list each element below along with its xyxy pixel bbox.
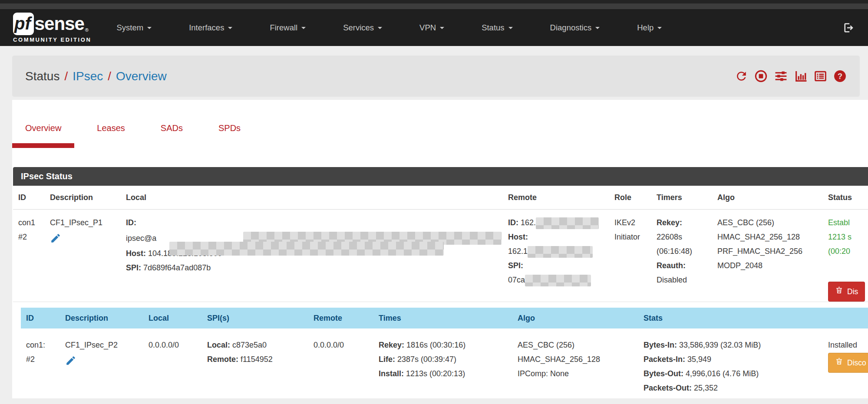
window-title-strip [0, 3, 868, 9]
breadcrumb-link-ipsec[interactable]: IPsec [73, 69, 103, 83]
child-times-cell: Rekey: 1816s (00:30:16) Life: 2387s (00:… [373, 328, 512, 401]
window-top-edge [0, 0, 868, 3]
edit-pencil-icon[interactable] [50, 233, 121, 249]
nav-item-vpn[interactable]: VPN [419, 23, 444, 33]
remote-host-value: 162.1 [508, 247, 528, 256]
remote-spi-label: SPI: [508, 261, 523, 270]
remote-spi-value: 07ca [508, 276, 525, 284]
disconnect-button[interactable]: Disco [828, 353, 868, 373]
nav-item-diagnostics[interactable]: Diagnostics [550, 23, 600, 33]
life-value: 2387s (00:39:47) [397, 355, 456, 364]
col-header-stats: Stats [638, 308, 823, 328]
remote-host-label: Host: [508, 233, 528, 241]
child-status-cell: Installed Disco [823, 328, 868, 401]
ike-remote-cell: ID: 162. Host: 162.1 SPI: 07ca [503, 210, 609, 302]
logo-edition-text: COMMUNITY EDITION [13, 36, 91, 43]
spi-remote-value: f1154952 [241, 355, 273, 364]
child-spi-cell: Local: c873e5a0 Remote: f1154952 [202, 328, 308, 401]
ike-role-cell: IKEv2 Initiator [609, 210, 651, 302]
help-icon[interactable]: ? [833, 69, 847, 83]
remote-id-value: 162. [521, 218, 536, 227]
tab-leases[interactable]: Leases [84, 117, 138, 148]
col-header-algo: Algo [712, 186, 823, 209]
ike-description: CF1_IPsec_P1 [50, 216, 121, 230]
breadcrumb-link-overview[interactable]: Overview [116, 69, 167, 83]
remote-id-label: ID: [508, 218, 518, 227]
col-header-spis: SPI(s) [202, 308, 308, 328]
breadcrumb: Status / IPsec / Overview [25, 69, 167, 83]
local-id-label: ID: [126, 218, 136, 227]
chevron-down-icon [508, 27, 513, 29]
ipsec-tabs: Overview Leases SADs SPDs [12, 117, 254, 148]
col-header-algo: Algo [512, 308, 638, 328]
chevron-down-icon [378, 27, 382, 29]
nav-item-label: Interfaces [189, 23, 224, 33]
tab-sads[interactable]: SADs [148, 117, 196, 148]
child-sa-table: ID Description Local SPI(s) Remote Times… [21, 308, 868, 401]
algo-integrity: HMAC_SHA2_256_128 [518, 352, 638, 367]
ike-local-cell: ID: ipsec@a Host: 104.189.226.195:500 SP… [121, 210, 503, 302]
status-established: Establ [828, 216, 868, 230]
status-uptime-hms: (00:20 [828, 244, 868, 259]
list-icon[interactable] [814, 69, 827, 83]
edit-pencil-icon[interactable] [65, 355, 143, 371]
sign-out-icon[interactable] [843, 22, 855, 34]
rekey-time: (06:16:48) [657, 244, 712, 259]
nav-item-status[interactable]: Status [482, 23, 512, 33]
col-header-local: Local [143, 308, 202, 328]
breadcrumb-separator: / [108, 69, 111, 83]
role-value: Initiator [614, 230, 651, 244]
tab-overview[interactable]: Overview [12, 117, 74, 148]
nav-item-services[interactable]: Services [343, 23, 382, 33]
nav-item-label: VPN [419, 23, 436, 33]
nav-item-label: Firewall [270, 23, 297, 33]
col-header-blank [823, 308, 868, 328]
ike-timers-cell: Rekey: 22608s (06:16:48) Reauth: Disable… [651, 210, 712, 302]
nav-item-system[interactable]: System [116, 23, 152, 33]
ipsec-status-panel: IPsec Status ID Description Local Remote… [13, 167, 868, 401]
ike-id-cell: con1 #2 [13, 210, 45, 302]
child-description-cell: CF1_IPsec_P2 [60, 328, 143, 401]
stop-icon[interactable] [754, 69, 768, 83]
tab-spds[interactable]: SPDs [205, 117, 254, 148]
child-local-network: 0.0.0.0/0 [149, 338, 202, 352]
ike-description-cell: CF1_IPsec_P1 [45, 210, 121, 302]
nav-item-label: Status [482, 23, 504, 33]
child-local-cell: 0.0.0.0/0 [143, 328, 202, 401]
logo-pf-box: pf [13, 13, 34, 35]
child-table-header: ID Description Local SPI(s) Remote Times… [21, 308, 868, 328]
col-header-id: ID [21, 308, 60, 328]
sliders-icon[interactable] [774, 69, 788, 83]
algo-encryption: AES_CBC (256) [518, 338, 638, 352]
child-id-line2: #2 [26, 352, 60, 367]
logo-registered-mark: ® [85, 27, 89, 33]
col-header-remote: Remote [308, 308, 373, 328]
algo-encryption: AES_CBC (256) [717, 216, 823, 230]
breadcrumb-section: Status [25, 69, 59, 83]
ike-id-line1: con1 [18, 216, 45, 230]
refresh-icon[interactable] [735, 69, 748, 83]
col-header-role: Role [609, 186, 651, 209]
ike-algo-cell: AES_CBC (256) HMAC_SHA2_256_128 PRF_HMAC… [712, 210, 823, 302]
chevron-down-icon [228, 27, 232, 29]
rekey-label: Rekey: [379, 341, 404, 349]
nav-item-help[interactable]: Help [637, 23, 662, 33]
spi-remote-label: Remote: [207, 355, 238, 364]
nav-item-label: System [116, 23, 143, 33]
bar-chart-icon[interactable] [794, 69, 808, 83]
reauth-value: Disabled [657, 273, 712, 287]
disconnect-button[interactable]: Dis [828, 282, 865, 302]
ike-table-header: ID Description Local Remote Role Timers … [13, 186, 868, 210]
algo-ipcomp: IPComp: None [518, 367, 638, 381]
col-header-timers: Timers [651, 186, 712, 209]
redaction-block [528, 246, 593, 258]
nav-item-firewall[interactable]: Firewall [270, 23, 306, 33]
disconnect-button-label: Disco [847, 356, 866, 370]
pfsense-logo[interactable]: pf sense ® COMMUNITY EDITION [13, 13, 91, 43]
algo-dhgroup: MODP_2048 [717, 259, 823, 273]
main-content: Overview Leases SADs SPDs IPsec Status I… [12, 100, 868, 398]
local-id-value: ipsec@a [126, 231, 156, 246]
nav-item-interfaces[interactable]: Interfaces [189, 23, 232, 33]
local-spi-value: 7d689f64a7ad087b [143, 263, 211, 272]
col-header-status: Status [823, 186, 868, 209]
